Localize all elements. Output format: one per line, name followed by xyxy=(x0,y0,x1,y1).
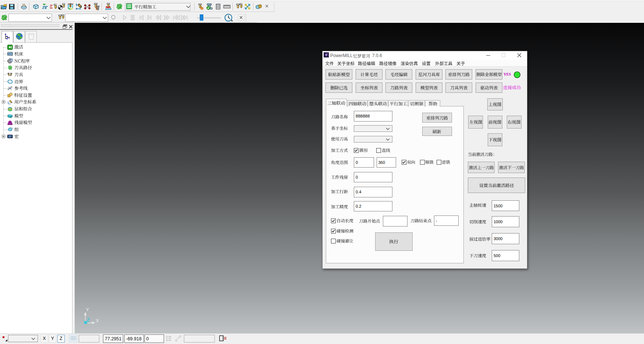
svg-text:Z: Z xyxy=(87,317,90,323)
svg-text:Y: Y xyxy=(86,307,89,312)
svg-text:X: X xyxy=(96,318,99,323)
svg-text:Z: Z xyxy=(166,339,168,342)
